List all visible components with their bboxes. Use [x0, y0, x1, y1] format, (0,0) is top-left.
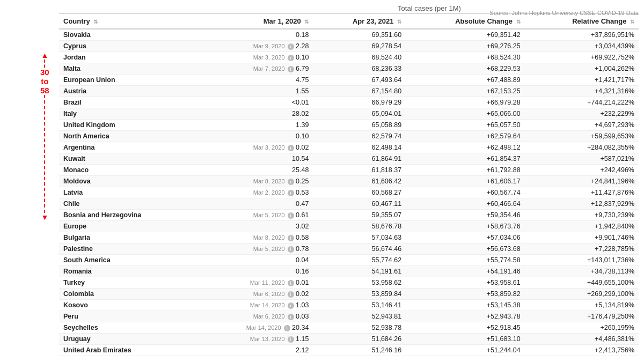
info-icon[interactable]: i — [288, 246, 294, 253]
source-text: Source: Johns Hopkins University CSSE CO… — [489, 10, 639, 16]
cell-country: Slovakia — [59, 29, 199, 41]
cell-country: Austria — [59, 86, 199, 97]
cell-mar2020: 25.48 — [199, 165, 313, 176]
table-row: Brazil<0.0166,979.29+66,979.28+744,214,2… — [59, 97, 639, 108]
col-country[interactable]: Country ⇅ — [59, 14, 199, 29]
cell-apr2021: 62,579.74 — [313, 131, 406, 142]
cell-date-note: Mar 8, 2020 — [253, 178, 287, 184]
cell-mar2020: 4.75 — [199, 75, 313, 86]
sort-apr-icon[interactable]: ⇅ — [397, 19, 401, 25]
cell-mar2020: Mar 13, 2020 i 1.15 — [199, 334, 313, 345]
info-icon[interactable]: i — [288, 55, 294, 61]
info-icon[interactable]: i — [288, 280, 294, 286]
table-row: Italy28.0265,094.01+65,066.00+232,229% — [59, 108, 639, 120]
info-icon[interactable]: i — [288, 66, 294, 72]
table-row: LatviaMar 2, 2020 i 0.5360,568.27+60,567… — [59, 187, 639, 198]
cell-abs-change: +68,229.53 — [406, 63, 525, 75]
table-row: South America0.0455,774.62+55,774.58+143… — [59, 255, 639, 266]
cell-mar2020: Mar 14, 2020 i 1.03 — [199, 300, 313, 311]
info-icon[interactable]: i — [288, 145, 294, 151]
cell-country: Bulgaria — [59, 232, 199, 243]
cell-abs-change: +61,606.17 — [406, 176, 525, 187]
covid-data-table: Country ⇅ Mar 1, 2020 ⇅ Apr 23, 2021 ⇅ A… — [59, 13, 639, 356]
table-row: United Kingdom1.3965,058.89+65,057.50+4,… — [59, 120, 639, 131]
table-row: Romania0.1654,191.61+54,191.46+34,738,11… — [59, 266, 639, 277]
info-icon[interactable]: i — [288, 235, 294, 241]
cell-apr2021: 61,818.37 — [313, 165, 406, 176]
cell-apr2021: 69,278.54 — [313, 41, 406, 52]
cell-apr2021: 52,943.81 — [313, 311, 406, 322]
cell-mar2020: Mar 5, 2020 i 0.78 — [199, 243, 313, 255]
cell-mar2020: 1.39 — [199, 120, 313, 131]
cell-abs-change: +61,792.88 — [406, 165, 525, 176]
cell-apr2021: 52,938.78 — [313, 322, 406, 334]
cell-apr2021: 67,493.64 — [313, 75, 406, 86]
cell-country: Kosovo — [59, 300, 199, 311]
range-to: to — [41, 77, 48, 86]
cell-rel-change: +37,896,951% — [525, 29, 639, 41]
table-row: United Arab Emirates2.1251,246.16+51,244… — [59, 345, 639, 356]
cell-date-note: Mar 3, 2020 — [253, 54, 287, 61]
sort-rel-icon[interactable]: ⇅ — [630, 19, 634, 25]
cell-rel-change: +284,082,355% — [525, 142, 639, 153]
col-mar2020[interactable]: Mar 1, 2020 ⇅ — [199, 14, 313, 29]
table-row: Monaco25.4861,818.37+61,792.88+242,496% — [59, 165, 639, 176]
cell-date-note: Mar 13, 2020 — [250, 336, 287, 342]
cell-mar2020: Mar 2, 2020 i 0.53 — [199, 187, 313, 198]
cell-date-note: Mar 8, 2020 — [253, 234, 287, 241]
cell-abs-change: +56,673.68 — [406, 243, 525, 255]
data-table-container: Country ⇅ Mar 1, 2020 ⇅ Apr 23, 2021 ⇅ A… — [59, 13, 644, 356]
cell-apr2021: 68,236.33 — [313, 63, 406, 75]
cell-mar2020: Mar 7, 2020 i 6.79 — [199, 63, 313, 75]
cell-mar2020: 1.55 — [199, 86, 313, 97]
cell-apr2021: 62,498.14 — [313, 142, 406, 153]
info-icon[interactable]: i — [288, 190, 294, 196]
cell-country: Monaco — [59, 165, 199, 176]
cell-country: Kuwait — [59, 153, 199, 165]
cell-apr2021: 65,094.01 — [313, 108, 406, 120]
cell-country: United Arab Emirates — [59, 345, 199, 356]
sort-country-icon[interactable]: ⇅ — [93, 19, 98, 25]
table-row: Austria1.5567,154.80+67,153.25+4,321,316… — [59, 86, 639, 97]
cell-date-note: Mar 3, 2020 — [253, 144, 287, 151]
cell-abs-change: +53,145.38 — [406, 300, 525, 311]
sort-mar-icon[interactable]: ⇅ — [304, 19, 309, 25]
col-apr2021[interactable]: Apr 23, 2021 ⇅ — [313, 14, 406, 29]
cell-mar2020: Mar 11, 2020 i 0.01 — [199, 277, 313, 289]
table-row: Kuwait10.5461,864.91+61,854.37+587,021% — [59, 153, 639, 165]
info-icon[interactable]: i — [288, 43, 294, 50]
cell-mar2020: 3.02 — [199, 221, 313, 232]
info-icon[interactable]: i — [288, 291, 294, 298]
cell-mar2020: Mar 6, 2020 i 0.03 — [199, 311, 313, 322]
cell-apr2021: 53,146.41 — [313, 300, 406, 311]
info-icon[interactable]: i — [288, 212, 294, 219]
cell-rel-change: +449,655,100% — [525, 277, 639, 289]
cell-mar2020: 0.04 — [199, 255, 313, 266]
info-icon[interactable]: i — [288, 336, 294, 343]
table-row: Slovakia0.1869,351.60+69,351.42+37,896,9… — [59, 29, 639, 41]
info-icon[interactable]: i — [288, 314, 294, 320]
info-icon[interactable]: i — [284, 325, 290, 331]
cell-abs-change: +60,466.64 — [406, 198, 525, 210]
info-icon[interactable]: i — [288, 302, 294, 309]
cell-mar2020: Mar 3, 2020 i 0.10 — [199, 52, 313, 63]
cell-country: Jordan — [59, 52, 199, 63]
table-row: PeruMar 6, 2020 i 0.0352,943.81+52,943.7… — [59, 311, 639, 322]
cell-abs-change: +69,276.25 — [406, 41, 525, 52]
cell-apr2021: 57,034.63 — [313, 232, 406, 243]
cell-rel-change: +744,214,222% — [525, 97, 639, 108]
cell-date-note: Mar 6, 2020 — [253, 291, 287, 297]
cell-rel-change: +242,496% — [525, 165, 639, 176]
cell-rel-change: +3,034,439% — [525, 41, 639, 52]
cell-rel-change: +24,841,196% — [525, 176, 639, 187]
table-row: KosovoMar 14, 2020 i 1.0353,146.41+53,14… — [59, 300, 639, 311]
table-row: UruguayMar 13, 2020 i 1.1551,684.26+51,6… — [59, 334, 639, 345]
table-row: JordanMar 3, 2020 i 0.1068,524.40+68,524… — [59, 52, 639, 63]
cell-mar2020: Mar 6, 2020 i 0.02 — [199, 289, 313, 300]
table-row: TurkeyMar 11, 2020 i 0.0153,958.62+53,95… — [59, 277, 639, 289]
sort-abs-icon[interactable]: ⇅ — [516, 19, 521, 25]
cell-mar2020: 0.10 — [199, 131, 313, 142]
cell-country: Argentina — [59, 142, 199, 153]
info-icon[interactable]: i — [288, 179, 294, 185]
cell-mar2020: 0.47 — [199, 198, 313, 210]
